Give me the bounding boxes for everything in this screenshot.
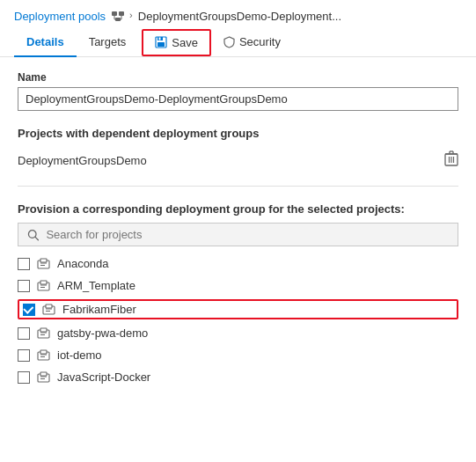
breadcrumb: Deployment pools › DeploymentGroupsDemo-… xyxy=(0,0,476,28)
svg-rect-41 xyxy=(40,372,47,376)
project-icon xyxy=(37,258,50,269)
shield-icon xyxy=(223,36,235,48)
dependent-project-item: DeploymentGroupsDemo xyxy=(18,147,458,173)
breadcrumb-current: DeploymentGroupsDemo-Deployment... xyxy=(138,10,341,23)
provision-label: Provision a corresponding deployment gro… xyxy=(18,202,458,216)
section-divider xyxy=(18,186,458,187)
svg-rect-33 xyxy=(40,328,47,332)
project-item: iot-demo xyxy=(18,347,458,363)
svg-rect-37 xyxy=(40,350,47,354)
project-icon xyxy=(42,304,55,315)
project-item: ARM_Template xyxy=(18,277,458,294)
provision-section: Provision a corresponding deployment gro… xyxy=(18,202,458,385)
svg-rect-0 xyxy=(112,11,117,16)
tab-bar: Details Targets Save Security xyxy=(0,28,476,57)
project-icon xyxy=(37,327,50,339)
search-input[interactable] xyxy=(46,228,449,241)
project-name: JavaScript-Docker xyxy=(57,370,150,384)
svg-rect-25 xyxy=(40,281,47,284)
project-item: JavaScript-Docker xyxy=(18,369,458,385)
breadcrumb-separator: › xyxy=(111,9,133,23)
svg-rect-21 xyxy=(40,259,47,262)
dependent-section-title: Projects with dependent deployment group… xyxy=(18,127,458,140)
project-item-fabrikamfiber: FabrikamFiber xyxy=(18,299,458,319)
project-icon xyxy=(37,349,50,361)
svg-rect-9 xyxy=(159,38,161,40)
project-icon xyxy=(37,371,50,383)
search-box xyxy=(18,223,458,246)
svg-rect-1 xyxy=(119,11,124,16)
project-checkbox-gatsby[interactable] xyxy=(18,327,30,340)
project-checkbox-arm[interactable] xyxy=(18,280,30,292)
project-checkbox-js-docker[interactable] xyxy=(18,371,30,384)
svg-rect-29 xyxy=(46,304,52,308)
dependent-project-name: DeploymentGroupsDemo xyxy=(18,154,147,167)
name-label: Name xyxy=(18,71,458,84)
svg-rect-8 xyxy=(157,42,165,47)
save-label: Save xyxy=(172,36,198,49)
project-list: Anaconda ARM_Template xyxy=(18,255,458,385)
project-item: Anaconda xyxy=(18,255,458,272)
project-checkbox-anaconda[interactable] xyxy=(18,258,30,270)
project-name: FabrikamFiber xyxy=(62,303,136,316)
main-content: Name Projects with dependent deployment … xyxy=(0,57,476,400)
project-name: ARM_Template xyxy=(57,279,135,292)
tab-security[interactable]: Security xyxy=(211,28,293,57)
project-name: iot-demo xyxy=(57,348,102,362)
project-name: Anaconda xyxy=(57,257,109,270)
project-item: gatsby-pwa-demo xyxy=(18,325,458,341)
delete-dependent-button[interactable] xyxy=(444,150,458,170)
tab-targets[interactable]: Targets xyxy=(77,28,139,57)
project-checkbox-fabrikamfiber[interactable] xyxy=(23,304,35,316)
save-button-wrapper: Save xyxy=(142,29,211,56)
project-checkbox-iot[interactable] xyxy=(18,349,30,362)
name-section: Name xyxy=(18,71,458,111)
name-input[interactable] xyxy=(18,87,458,111)
svg-line-19 xyxy=(35,237,38,239)
save-icon xyxy=(155,36,167,48)
project-name: gatsby-pwa-demo xyxy=(57,326,148,340)
dependent-section: Projects with dependent deployment group… xyxy=(18,127,458,173)
project-icon xyxy=(37,280,50,291)
save-button[interactable]: Save xyxy=(144,32,209,54)
breadcrumb-link[interactable]: Deployment pools xyxy=(14,10,106,23)
search-icon xyxy=(27,229,39,241)
tab-details[interactable]: Details xyxy=(14,28,77,57)
